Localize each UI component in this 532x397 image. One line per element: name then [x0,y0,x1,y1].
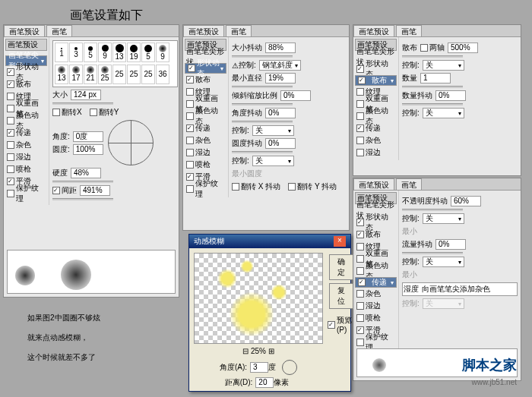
side-header[interactable]: 画笔预设 [5,39,47,51]
angle-roundness-diagram[interactable] [108,120,154,165]
motion-blur-dialog: 动感模糊× ⊟ 25% ⊞ 角度(A):3度 距离(D):20像素 确定 复位 … [188,234,351,392]
panel-tabs: 画笔预设画笔 [4,25,179,37]
cancel-button[interactable]: 复位 [329,283,353,309]
side-item-noise[interactable]: 杂色 [5,139,47,151]
side-item-wet[interactable]: 湿边 [5,151,47,163]
hardness-input[interactable]: 48% [71,168,101,178]
hardness-slider[interactable] [52,181,113,183]
tab-preset[interactable]: 画笔预设 [4,25,45,36]
tab-brush[interactable]: 画笔 [46,25,72,36]
tab-preset[interactable]: 画笔预设 [183,25,224,36]
brush-tip-grid[interactable]: 1 3 5 9 13 19 5 9 13 17 21 25 25 25 25 3… [52,40,178,87]
brush-panel-scattering: 画笔预设画笔 画笔预设 画笔笔尖形状 形状动态 散布 纹理 双重画笔 颜色动态 … [353,24,521,176]
annotation-text: 如果图2中圆圈不够炫就来点动感模糊，这个时候就差不多了 [27,308,100,367]
size-jitter-input[interactable]: 88% [265,43,296,53]
side-item-color[interactable]: 颜色动态 [5,115,47,127]
zoom-out-btn[interactable]: ⊟ [242,347,249,355]
zoom-in-btn[interactable]: ⊞ [268,347,274,355]
angle-input[interactable]: 0度 [73,131,103,142]
page-caption: 画笔设置如下 [70,8,143,24]
side-item-protect[interactable]: 保护纹理 [5,187,47,200]
flipy-checkbox[interactable] [90,109,97,116]
close-icon[interactable]: × [334,236,346,247]
dialog-title: 动感模糊 [194,236,224,247]
dialog-titlebar[interactable]: 动感模糊× [189,235,350,248]
tab-brush[interactable]: 画笔 [226,25,252,36]
brush-stroke-preview [7,250,176,294]
angle-dial[interactable] [282,360,297,375]
watermark-url: www.jb51.net [472,378,517,386]
zoom-level: 25% [251,347,266,355]
ok-button[interactable]: 确定 [329,254,353,280]
blur-preview [194,253,323,344]
brush-panel-tip-shape: 画笔预设画笔 画笔预设 画笔笔尖形状 形状动态 散布 纹理 双重画笔 颜色动态 … [3,24,179,298]
size-input[interactable]: 124 px [71,90,101,100]
side-item-shape[interactable]: 形状动态 [5,66,47,78]
size-slider[interactable] [52,102,113,105]
spacing-slider[interactable] [52,198,113,200]
brush-panel-transfer: 画笔预设画笔 画笔预设 画笔笔尖形状 形状动态 散布 纹理 双重画笔 颜色动态 … [353,178,521,381]
size-label: 大小 [52,90,68,100]
spacing-input[interactable]: 491% [80,185,110,196]
size-control-select[interactable]: 钢笔斜度 [259,60,301,71]
brush-panel-shape-dynamics: 画笔预设画笔 画笔预设 画笔笔尖形状 形状动态 散布 纹理 双重画笔 颜色动态 … [182,24,350,231]
flipx-checkbox[interactable] [52,109,60,116]
side-item-airbrush[interactable]: 喷枪 [5,163,47,175]
blur-angle-input[interactable]: 3 [250,362,268,373]
blur-distance-input[interactable]: 20 [255,377,274,388]
brush-category-list: 画笔预设 画笔笔尖形状 形状动态 散布 纹理 双重画笔 颜色动态 传递 杂色 湿… [4,37,49,205]
roundness-input[interactable]: 100% [73,144,103,155]
watermark: 脚本之家 [462,356,517,374]
spacing-checkbox[interactable] [52,187,60,194]
preview-checkbox[interactable] [328,321,335,329]
